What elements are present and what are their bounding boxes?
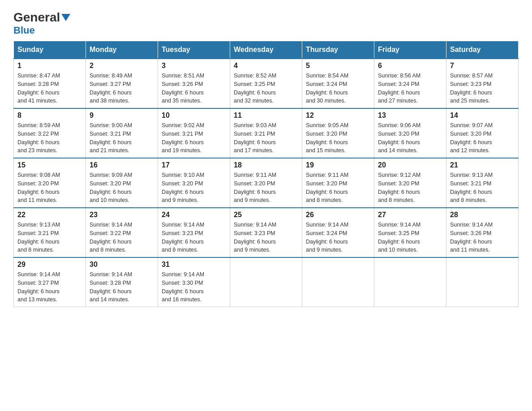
calendar-cell (302, 257, 374, 307)
calendar: SundayMondayTuesdayWednesdayThursdayFrid… (13, 41, 519, 307)
header-sunday: Sunday (14, 41, 86, 59)
day-number: 26 (306, 211, 370, 219)
calendar-cell: 13Sunrise: 9:06 AMSunset: 3:20 PMDayligh… (374, 108, 446, 158)
calendar-cell: 4Sunrise: 8:52 AMSunset: 3:25 PMDaylight… (230, 59, 302, 108)
day-info: Sunrise: 9:13 AMSunset: 3:21 PMDaylight:… (450, 171, 515, 205)
calendar-cell: 31Sunrise: 9:14 AMSunset: 3:30 PMDayligh… (158, 257, 230, 307)
day-info: Sunrise: 9:14 AMSunset: 3:30 PMDaylight:… (162, 270, 226, 304)
calendar-cell: 23Sunrise: 9:14 AMSunset: 3:22 PMDayligh… (86, 208, 158, 257)
day-number: 11 (234, 111, 298, 120)
day-info: Sunrise: 9:08 AMSunset: 3:20 PMDaylight:… (17, 171, 82, 205)
day-number: 27 (378, 211, 442, 219)
header-friday: Friday (374, 41, 446, 59)
day-number: 15 (17, 161, 82, 169)
calendar-cell: 12Sunrise: 9:05 AMSunset: 3:20 PMDayligh… (302, 108, 374, 158)
calendar-cell: 3Sunrise: 8:51 AMSunset: 3:26 PMDaylight… (158, 59, 230, 108)
day-info: Sunrise: 9:10 AMSunset: 3:20 PMDaylight:… (162, 171, 226, 205)
calendar-cell: 29Sunrise: 9:14 AMSunset: 3:27 PMDayligh… (14, 257, 86, 307)
day-number: 16 (90, 161, 154, 169)
day-info: Sunrise: 9:14 AMSunset: 3:26 PMDaylight:… (450, 221, 515, 254)
day-number: 8 (17, 111, 82, 120)
day-info: Sunrise: 9:11 AMSunset: 3:20 PMDaylight:… (306, 171, 370, 205)
calendar-cell (446, 257, 519, 307)
day-number: 13 (378, 111, 442, 120)
calendar-cell: 18Sunrise: 9:11 AMSunset: 3:20 PMDayligh… (230, 158, 302, 208)
calendar-cell: 19Sunrise: 9:11 AMSunset: 3:20 PMDayligh… (302, 158, 374, 208)
day-number: 18 (234, 161, 298, 169)
day-number: 20 (378, 161, 442, 169)
day-number: 5 (306, 62, 370, 70)
day-info: Sunrise: 8:54 AMSunset: 3:24 PMDaylight:… (306, 72, 370, 105)
day-number: 22 (17, 211, 82, 219)
calendar-cell: 20Sunrise: 9:12 AMSunset: 3:20 PMDayligh… (374, 158, 446, 208)
day-info: Sunrise: 9:09 AMSunset: 3:20 PMDaylight:… (90, 171, 154, 205)
day-info: Sunrise: 9:14 AMSunset: 3:24 PMDaylight:… (306, 221, 370, 254)
header: General Blue (13, 9, 519, 36)
day-info: Sunrise: 9:03 AMSunset: 3:21 PMDaylight:… (234, 121, 298, 155)
day-info: Sunrise: 9:14 AMSunset: 3:22 PMDaylight:… (90, 221, 154, 254)
day-info: Sunrise: 8:47 AMSunset: 3:28 PMDaylight:… (17, 72, 82, 105)
day-info: Sunrise: 9:13 AMSunset: 3:21 PMDaylight:… (17, 221, 82, 254)
calendar-cell: 22Sunrise: 9:13 AMSunset: 3:21 PMDayligh… (14, 208, 86, 257)
day-number: 3 (162, 62, 226, 70)
day-info: Sunrise: 9:14 AMSunset: 3:23 PMDaylight:… (162, 221, 226, 254)
day-number: 1 (17, 62, 82, 70)
day-info: Sunrise: 8:59 AMSunset: 3:22 PMDaylight:… (17, 121, 82, 155)
calendar-cell: 2Sunrise: 8:49 AMSunset: 3:27 PMDaylight… (86, 59, 158, 108)
day-info: Sunrise: 9:12 AMSunset: 3:20 PMDaylight:… (378, 171, 442, 205)
calendar-cell: 26Sunrise: 9:14 AMSunset: 3:24 PMDayligh… (302, 208, 374, 257)
day-number: 2 (90, 62, 154, 70)
week-row-3: 15Sunrise: 9:08 AMSunset: 3:20 PMDayligh… (14, 158, 519, 208)
day-number: 7 (450, 62, 515, 70)
day-info: Sunrise: 9:14 AMSunset: 3:23 PMDaylight:… (234, 221, 298, 254)
header-wednesday: Wednesday (230, 41, 302, 59)
day-info: Sunrise: 9:11 AMSunset: 3:20 PMDaylight:… (234, 171, 298, 205)
calendar-cell: 7Sunrise: 8:57 AMSunset: 3:23 PMDaylight… (446, 59, 519, 108)
day-info: Sunrise: 8:52 AMSunset: 3:25 PMDaylight:… (234, 72, 298, 105)
day-info: Sunrise: 8:51 AMSunset: 3:26 PMDaylight:… (162, 72, 226, 105)
day-number: 14 (450, 111, 515, 120)
day-number: 23 (90, 211, 154, 219)
logo-text: General (13, 11, 70, 24)
calendar-cell: 16Sunrise: 9:09 AMSunset: 3:20 PMDayligh… (86, 158, 158, 208)
day-number: 28 (450, 211, 515, 219)
calendar-cell: 17Sunrise: 9:10 AMSunset: 3:20 PMDayligh… (158, 158, 230, 208)
calendar-cell (374, 257, 446, 307)
calendar-cell: 27Sunrise: 9:14 AMSunset: 3:25 PMDayligh… (374, 208, 446, 257)
day-info: Sunrise: 9:14 AMSunset: 3:25 PMDaylight:… (378, 221, 442, 254)
calendar-cell: 11Sunrise: 9:03 AMSunset: 3:21 PMDayligh… (230, 108, 302, 158)
day-number: 4 (234, 62, 298, 70)
day-info: Sunrise: 8:57 AMSunset: 3:23 PMDaylight:… (450, 72, 515, 105)
day-info: Sunrise: 9:02 AMSunset: 3:21 PMDaylight:… (162, 121, 226, 155)
calendar-cell: 6Sunrise: 8:56 AMSunset: 3:24 PMDaylight… (374, 59, 446, 108)
header-monday: Monday (86, 41, 158, 59)
day-number: 19 (306, 161, 370, 169)
calendar-cell (230, 257, 302, 307)
calendar-cell: 28Sunrise: 9:14 AMSunset: 3:26 PMDayligh… (446, 208, 519, 257)
calendar-cell: 10Sunrise: 9:02 AMSunset: 3:21 PMDayligh… (158, 108, 230, 158)
day-info: Sunrise: 9:00 AMSunset: 3:21 PMDaylight:… (90, 121, 154, 155)
day-number: 21 (450, 161, 515, 169)
day-number: 29 (17, 261, 82, 269)
logo: General Blue (13, 9, 70, 36)
calendar-header-row: SundayMondayTuesdayWednesdayThursdayFrid… (14, 41, 519, 59)
calendar-cell: 5Sunrise: 8:54 AMSunset: 3:24 PMDaylight… (302, 59, 374, 108)
day-info: Sunrise: 9:06 AMSunset: 3:20 PMDaylight:… (378, 121, 442, 155)
day-number: 24 (162, 211, 226, 219)
header-thursday: Thursday (302, 41, 374, 59)
week-row-1: 1Sunrise: 8:47 AMSunset: 3:28 PMDaylight… (14, 59, 519, 108)
calendar-cell: 15Sunrise: 9:08 AMSunset: 3:20 PMDayligh… (14, 158, 86, 208)
day-info: Sunrise: 9:14 AMSunset: 3:28 PMDaylight:… (90, 270, 154, 304)
day-number: 31 (162, 261, 226, 269)
day-number: 12 (306, 111, 370, 120)
calendar-cell: 24Sunrise: 9:14 AMSunset: 3:23 PMDayligh… (158, 208, 230, 257)
logo-blue: Blue (13, 25, 35, 36)
header-saturday: Saturday (446, 41, 519, 59)
week-row-5: 29Sunrise: 9:14 AMSunset: 3:27 PMDayligh… (14, 257, 519, 307)
calendar-cell: 25Sunrise: 9:14 AMSunset: 3:23 PMDayligh… (230, 208, 302, 257)
day-info: Sunrise: 9:14 AMSunset: 3:27 PMDaylight:… (17, 270, 82, 304)
calendar-cell: 8Sunrise: 8:59 AMSunset: 3:22 PMDaylight… (14, 108, 86, 158)
day-info: Sunrise: 8:56 AMSunset: 3:24 PMDaylight:… (378, 72, 442, 105)
day-info: Sunrise: 9:07 AMSunset: 3:20 PMDaylight:… (450, 121, 515, 155)
week-row-4: 22Sunrise: 9:13 AMSunset: 3:21 PMDayligh… (14, 208, 519, 257)
